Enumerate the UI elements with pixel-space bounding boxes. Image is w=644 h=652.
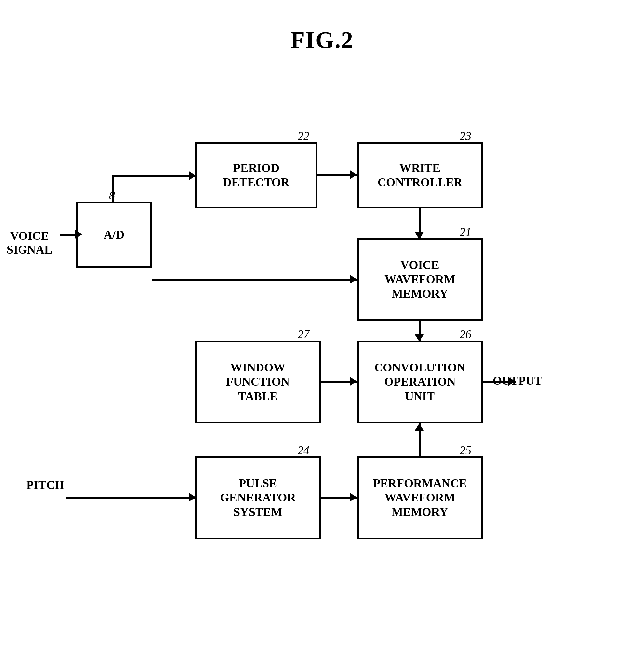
convolution-operation-unit-label: CONVOLUTION OPERATION UNIT xyxy=(374,360,465,404)
write-controller-label: WRITE CONTROLLER xyxy=(377,161,462,190)
voice-to-ad-arrowhead xyxy=(75,229,82,239)
window-function-table-box: WINDOW FUNCTION TABLE xyxy=(195,341,321,424)
ad-ref: 8 xyxy=(109,189,115,202)
ad-label: A/D xyxy=(104,227,124,242)
convolution-operation-unit-ref: 26 xyxy=(459,327,471,342)
diagram: A/D 8 PERIOD DETECTOR 22 WRITE CONTROLLE… xyxy=(0,86,644,648)
period-detector-box: PERIOD DETECTOR xyxy=(195,142,317,209)
pwm-to-cou-arrowhead xyxy=(415,424,424,431)
period-detector-ref: 22 xyxy=(298,129,309,143)
ad-to-vwm-line xyxy=(152,279,358,280)
voice-waveform-memory-ref: 21 xyxy=(459,225,471,239)
convolution-operation-unit-box: CONVOLUTION OPERATION UNIT xyxy=(357,341,483,424)
pitch-label: PITCH xyxy=(26,478,64,492)
pulse-generator-system-box: PULSE GENERATOR SYSTEM xyxy=(195,457,321,539)
window-function-table-ref: 27 xyxy=(298,327,309,342)
voice-signal-label: VOICE SIGNAL xyxy=(7,215,52,257)
ad-to-period-vert xyxy=(112,175,114,203)
cou-to-output-arrowhead xyxy=(508,377,515,386)
ad-to-vwm-arrowhead xyxy=(350,275,357,284)
performance-waveform-memory-box: PERFORMANCE WAVEFORM MEMORY xyxy=(357,457,483,539)
pgs-to-pwm-arrowhead xyxy=(350,493,357,502)
ad-box: A/D xyxy=(76,202,152,268)
pulse-generator-system-ref: 24 xyxy=(298,443,309,457)
wft-to-cou-arrowhead xyxy=(350,377,357,386)
output-label: OUTPUT xyxy=(493,374,542,388)
pulse-generator-system-label: PULSE GENERATOR SYSTEM xyxy=(220,477,296,519)
pitch-to-pgs-line xyxy=(66,497,196,498)
ad-to-period-arrowhead xyxy=(189,171,196,180)
page-title: FIG.2 xyxy=(0,0,644,54)
voice-to-ad-line xyxy=(59,234,76,236)
voice-waveform-memory-label: VOICE WAVEFORM MEMORY xyxy=(385,258,455,301)
pitch-to-pgs-arrowhead xyxy=(189,493,196,502)
vwm-to-cou-arrowhead xyxy=(415,334,424,342)
write-controller-box: WRITE CONTROLLER xyxy=(357,142,483,209)
period-detector-label: PERIOD DETECTOR xyxy=(223,161,289,190)
period-to-write-arrowhead xyxy=(350,170,357,179)
performance-waveform-memory-label: PERFORMANCE WAVEFORM MEMORY xyxy=(373,477,467,519)
write-controller-ref: 23 xyxy=(459,129,471,143)
window-function-table-label: WINDOW FUNCTION TABLE xyxy=(226,360,289,404)
voice-waveform-memory-box: VOICE WAVEFORM MEMORY xyxy=(357,238,483,321)
ad-to-period-horiz xyxy=(112,175,197,177)
write-to-vwm-arrowhead xyxy=(415,232,424,239)
performance-waveform-memory-ref: 25 xyxy=(459,443,471,457)
